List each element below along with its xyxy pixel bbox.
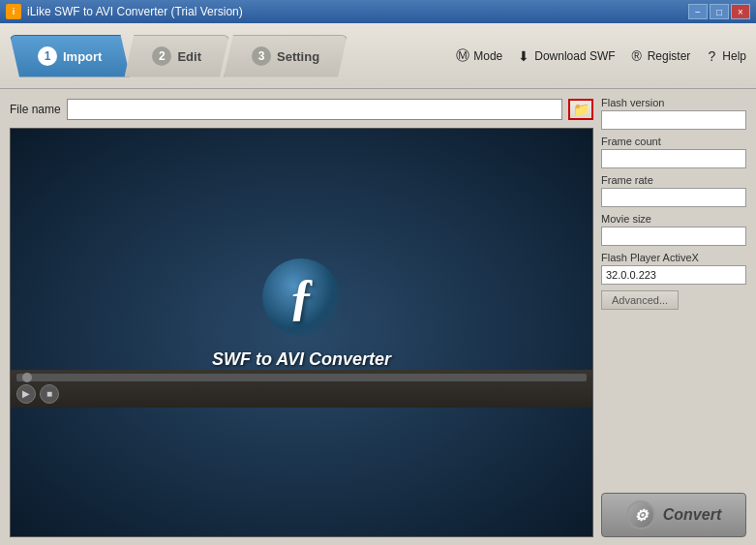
tab-import[interactable]: 1 Import xyxy=(10,35,130,77)
browse-icon: 📁 xyxy=(573,102,590,117)
mode-label: Mode xyxy=(473,49,502,63)
toolbar-right: Ⓜ Mode ⬇ Download SWF ® Register ? Help xyxy=(455,48,746,64)
convert-button[interactable]: ⚙ Convert xyxy=(601,493,746,537)
help-button[interactable]: ? Help xyxy=(704,48,746,64)
download-label: Download SWF xyxy=(534,49,615,63)
content-area: File name 📁 ƒ SWF to AVI Converter xyxy=(0,89,756,545)
frame-count-label: Frame count xyxy=(601,136,746,147)
progress-bar[interactable] xyxy=(16,374,587,381)
play-button[interactable]: ▶ xyxy=(16,384,36,404)
mode-button[interactable]: Ⓜ Mode xyxy=(455,48,502,64)
advanced-button[interactable]: Advanced... xyxy=(601,290,679,310)
register-button[interactable]: ® Register xyxy=(629,48,691,64)
tab-setting-label: Setting xyxy=(277,49,319,64)
left-panel: File name 📁 ƒ SWF to AVI Converter xyxy=(10,97,593,537)
frame-rate-group: Frame rate xyxy=(601,174,746,207)
tab-edit-label: Edit xyxy=(177,49,201,64)
title-bar-left: i iLike SWF to AVI Converter (Trial Vers… xyxy=(6,4,243,19)
toolbar: 1 Import 2 Edit 3 Setting Ⓜ Mode ⬇ Downl… xyxy=(0,23,756,89)
help-icon: ? xyxy=(704,48,719,64)
maximize-button[interactable]: □ xyxy=(710,4,729,19)
flash-player-group: Flash Player ActiveX xyxy=(601,252,746,285)
title-bar: i iLike SWF to AVI Converter (Trial Vers… xyxy=(0,0,756,23)
frame-rate-label: Frame rate xyxy=(601,174,746,186)
stop-button[interactable]: ■ xyxy=(40,384,59,404)
minimize-button[interactable]: − xyxy=(688,4,708,19)
tab-setting[interactable]: 3 Setting xyxy=(224,35,348,77)
close-button[interactable]: × xyxy=(731,4,750,19)
flash-version-group: Flash version xyxy=(601,97,746,130)
tab-edit-number: 2 xyxy=(152,46,171,66)
video-controls: ▶ ■ xyxy=(11,370,592,408)
help-label: Help xyxy=(722,49,746,63)
file-name-input[interactable] xyxy=(67,99,562,120)
file-name-row: File name 📁 xyxy=(10,97,593,122)
tab-edit[interactable]: 2 Edit xyxy=(124,35,229,77)
register-icon: ® xyxy=(629,48,645,64)
download-swf-button[interactable]: ⬇ Download SWF xyxy=(516,48,615,64)
control-buttons: ▶ ■ xyxy=(16,384,587,404)
flash-player-input[interactable] xyxy=(601,265,746,285)
frame-rate-input[interactable] xyxy=(601,188,746,207)
movie-size-label: Movie size xyxy=(601,213,746,225)
flash-version-label: Flash version xyxy=(601,97,746,108)
right-panel: Flash version Frame count Frame rate Mov… xyxy=(601,97,746,537)
movie-size-group: Movie size xyxy=(601,213,746,246)
movie-size-input[interactable] xyxy=(601,227,746,246)
flash-logo: ƒ SWF to AVI Converter xyxy=(212,258,391,370)
file-name-label: File name xyxy=(10,103,61,116)
browse-button[interactable]: 📁 xyxy=(568,99,593,120)
progress-thumb xyxy=(22,373,32,382)
convert-label: Convert xyxy=(663,506,721,524)
video-area: ƒ SWF to AVI Converter ▶ ■ xyxy=(10,128,593,537)
mode-icon: Ⓜ xyxy=(455,48,470,64)
frame-count-group: Frame count xyxy=(601,136,746,168)
register-label: Register xyxy=(648,49,691,63)
title-bar-buttons: − □ × xyxy=(688,4,750,19)
frame-count-input[interactable] xyxy=(601,149,746,168)
tab-import-label: Import xyxy=(63,49,102,64)
download-icon: ⬇ xyxy=(516,48,531,64)
flash-icon: ƒ xyxy=(262,258,340,336)
app-title: iLike SWF to AVI Converter (Trial Versio… xyxy=(27,5,243,18)
flash-title: SWF to AVI Converter xyxy=(212,349,391,370)
tabs: 1 Import 2 Edit 3 Setting xyxy=(10,23,348,88)
main-window: 1 Import 2 Edit 3 Setting Ⓜ Mode ⬇ Downl… xyxy=(0,23,756,545)
spacer xyxy=(601,316,746,487)
tab-import-number: 1 xyxy=(38,46,57,66)
app-icon: i xyxy=(6,4,21,19)
flash-player-label: Flash Player ActiveX xyxy=(601,252,746,263)
convert-icon: ⚙ xyxy=(626,500,655,530)
tab-setting-number: 3 xyxy=(252,46,271,66)
flash-f-letter: ƒ xyxy=(288,272,314,322)
flash-version-input[interactable] xyxy=(601,110,746,130)
